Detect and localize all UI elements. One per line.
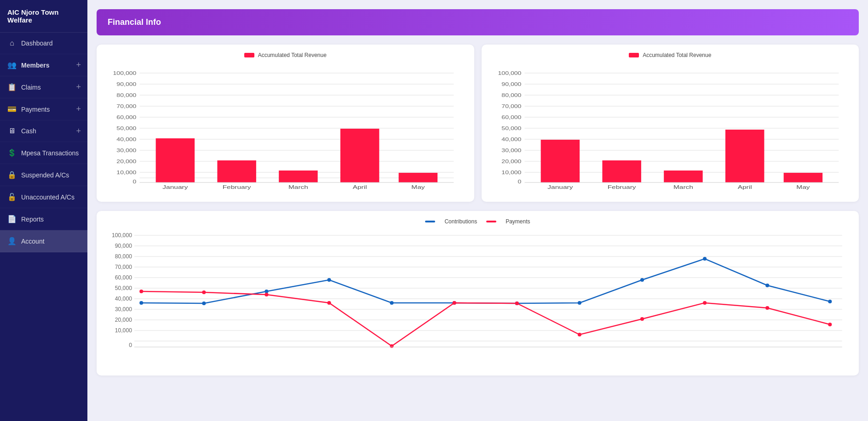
pay-dot-0 (139, 290, 143, 293)
pay-dot-1 (202, 290, 206, 294)
svg-text:90,000: 90,000 (115, 243, 132, 249)
svg-text:50,000: 50,000 (116, 126, 136, 131)
chart1-legend-label: Accumulated Total Revenue (258, 52, 327, 58)
bar1-mar (279, 171, 317, 182)
svg-text:March: March (673, 184, 693, 190)
line-chart-grid: 100,000 90,000 80,000 70,000 60,000 50,0… (112, 232, 842, 348)
svg-text:70,000: 70,000 (115, 264, 132, 270)
chart2-wrapper: 100,000 90,000 80,000 70,000 60,000 50,0… (489, 64, 852, 194)
sidebar-label-payments: Payments (21, 106, 50, 113)
svg-text:30,000: 30,000 (116, 148, 136, 153)
svg-text:70,000: 70,000 (116, 104, 136, 109)
svg-text:100,000: 100,000 (498, 71, 521, 76)
suspended-icon: 🔒 (7, 171, 17, 179)
svg-text:50,000: 50,000 (115, 285, 132, 291)
line-chart-card: Contributions Payments (97, 211, 859, 375)
sidebar-item-dashboard[interactable]: ⌂ Dashboard (0, 33, 87, 54)
sidebar: AIC Njoro Town Welfare ⌂ Dashboard 👥 Mem… (0, 0, 87, 421)
main-content: Financial Info Accumulated Total Revenue (87, 0, 868, 421)
payments-legend-label: Payments (506, 218, 530, 225)
dashboard-icon: ⌂ (7, 39, 17, 47)
svg-text:January: January (162, 184, 188, 190)
svg-text:10,000: 10,000 (116, 170, 136, 175)
sidebar-item-cash[interactable]: 🖥 Cash + (0, 120, 87, 142)
payments-line (141, 291, 830, 346)
contributions-line (141, 259, 830, 303)
reports-icon: 📄 (7, 215, 17, 223)
svg-text:90,000: 90,000 (501, 82, 521, 87)
svg-text:50,000: 50,000 (501, 126, 521, 131)
pay-dot-4 (390, 344, 394, 348)
contrib-dot-10 (765, 284, 769, 287)
sidebar-item-reports[interactable]: 📄 Reports (0, 208, 87, 230)
contrib-dot-1 (202, 302, 206, 305)
bar2-apr (725, 130, 764, 182)
pay-dot-5 (453, 301, 456, 305)
financial-info-title: Financial Info (108, 17, 161, 27)
svg-text:30,000: 30,000 (501, 148, 521, 153)
chart2-legend-label: Accumulated Total Revenue (643, 52, 711, 58)
svg-text:70,000: 70,000 (501, 104, 521, 109)
bar-chart-card-1: Accumulated Total Revenue (97, 45, 474, 202)
svg-text:March: March (288, 184, 308, 190)
pay-dot-2 (264, 293, 268, 296)
bar1-feb (217, 160, 256, 182)
bar2-may (783, 173, 822, 182)
contrib-dot-11 (828, 300, 832, 303)
bar2-feb (602, 160, 641, 182)
sidebar-item-suspended[interactable]: 🔒 Suspended A/Cs (0, 164, 87, 186)
bar-chart-2: 100,000 90,000 80,000 70,000 60,000 50,0… (489, 64, 852, 193)
sidebar-item-claims[interactable]: 📋 Claims + (0, 76, 87, 98)
sidebar-label-unaccounted: Unaccounted A/Cs (21, 193, 75, 201)
members-plus-icon[interactable]: + (76, 60, 81, 70)
bar-chart-card-2: Accumulated Total Revenue (482, 45, 859, 202)
bar2-mar (664, 171, 702, 182)
bar1-may (399, 173, 437, 182)
contrib-dot-7 (578, 301, 581, 305)
svg-text:80,000: 80,000 (501, 93, 521, 98)
chart2-legend-dot (629, 53, 639, 57)
svg-text:10,000: 10,000 (115, 327, 132, 334)
payments-icon: 💳 (7, 105, 17, 114)
svg-text:January: January (547, 184, 573, 190)
unaccounted-icon: 🔓 (7, 193, 17, 201)
line-chart-wrapper: 100,000 90,000 80,000 70,000 60,000 50,0… (104, 228, 851, 368)
svg-text:20,000: 20,000 (115, 317, 132, 323)
contrib-dot-4 (390, 301, 394, 305)
sidebar-item-account[interactable]: 👤 Account (0, 230, 87, 252)
svg-text:80,000: 80,000 (116, 93, 136, 98)
contributions-legend-label: Contributions (444, 218, 477, 225)
bar-chart-1: 100,000 90,000 80,000 70,000 60,000 50,0… (104, 64, 467, 193)
svg-text:April: April (353, 184, 367, 190)
payments-plus-icon[interactable]: + (76, 104, 81, 114)
sidebar-item-mpesa[interactable]: 💲 Mpesa Transactions (0, 142, 87, 164)
line-chart-legend: Contributions Payments (104, 218, 851, 225)
svg-text:20,000: 20,000 (501, 159, 521, 164)
pay-dot-10 (765, 306, 769, 310)
svg-text:60,000: 60,000 (115, 274, 132, 281)
line-chart: 100,000 90,000 80,000 70,000 60,000 50,0… (104, 228, 851, 366)
bar2-jan (540, 140, 579, 182)
chart1-wrapper: 100,000 90,000 80,000 70,000 60,000 50,0… (104, 64, 467, 194)
claims-plus-icon[interactable]: + (76, 82, 81, 92)
sidebar-item-payments[interactable]: 💳 Payments + (0, 98, 87, 120)
bar1-apr (340, 129, 379, 182)
payments-legend-line (486, 221, 496, 222)
sidebar-item-unaccounted[interactable]: 🔓 Unaccounted A/Cs (0, 186, 87, 208)
cash-icon: 🖥 (7, 127, 17, 135)
svg-text:40,000: 40,000 (116, 137, 136, 142)
contributions-legend-line (425, 221, 435, 222)
sidebar-item-members[interactable]: 👥 Members + (0, 54, 87, 76)
app-title: AIC Njoro Town Welfare (0, 0, 87, 33)
sidebar-label-suspended: Suspended A/Cs (21, 171, 69, 179)
sidebar-label-account: Account (21, 238, 45, 245)
pay-dot-3 (327, 301, 331, 305)
svg-text:10,000: 10,000 (501, 170, 521, 175)
cash-plus-icon[interactable]: + (76, 126, 81, 136)
svg-text:May: May (796, 184, 810, 190)
contrib-dot-8 (640, 278, 644, 282)
sidebar-label-reports: Reports (21, 216, 44, 223)
sidebar-label-dashboard: Dashboard (21, 40, 53, 47)
svg-text:20,000: 20,000 (116, 159, 136, 164)
sidebar-label-members: Members (21, 62, 49, 69)
